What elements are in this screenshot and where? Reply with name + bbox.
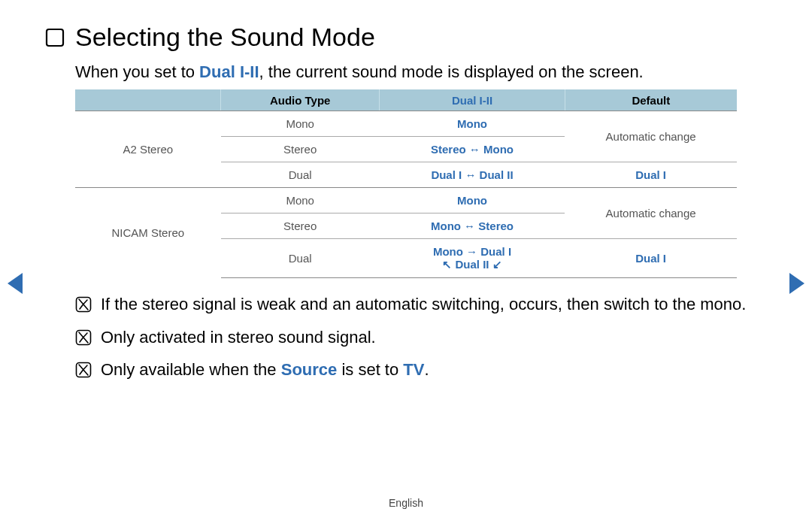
footer-language: English	[0, 497, 812, 509]
page-title: Selecting the Sound Mode	[45, 23, 767, 52]
intro-text: When you set to Dual I-II, the current s…	[75, 62, 767, 82]
svg-rect-0	[47, 29, 63, 46]
nicam-r3-atype: Dual	[221, 239, 380, 278]
note-3-suffix: .	[424, 360, 429, 379]
intro-prefix: When you set to	[75, 62, 199, 81]
nicam-r1-atype: Mono	[221, 188, 380, 214]
prev-page-arrow-icon[interactable]	[8, 273, 23, 294]
note-item: Only available when the Source is set to…	[75, 359, 767, 381]
table-header-default: Default	[565, 89, 737, 111]
nicam-r2-dual: Mono ↔ Stereo	[380, 214, 565, 239]
notes-block: If the stereo signal is weak and an auto…	[75, 293, 767, 381]
a2-r1-default: Automatic change	[565, 111, 737, 162]
nicam-r3-default: Dual I	[565, 239, 737, 278]
intro-highlight: Dual I-II	[199, 62, 259, 81]
a2-r1-dual: Mono	[380, 111, 565, 137]
table-row: NICAM Stereo Mono Mono Automatic change	[75, 188, 737, 214]
nicam-r1-default: Automatic change	[565, 188, 737, 239]
note-icon	[75, 329, 92, 346]
nicam-group-label: NICAM Stereo	[75, 188, 221, 278]
title-bullet-icon	[45, 28, 65, 47]
intro-suffix: , the current sound mode is displayed on…	[259, 62, 644, 81]
nicam-r3-dual-line2: ↖ Dual II ↙	[384, 258, 560, 271]
note-icon	[75, 362, 92, 378]
a2-r2-dual: Stereo ↔ Mono	[380, 137, 565, 162]
nicam-r3-dual: Mono → Dual I ↖ Dual II ↙	[380, 239, 565, 278]
table-header-blank	[75, 89, 221, 111]
a2-r3-default: Dual I	[565, 162, 737, 188]
table-row: A2 Stereo Mono Mono Automatic change	[75, 111, 737, 137]
note-3-prefix: Only available when the	[101, 360, 281, 379]
nicam-r1-dual: Mono	[380, 188, 565, 214]
next-page-arrow-icon[interactable]	[789, 273, 804, 294]
note-3-mid: is set to	[337, 360, 403, 379]
a2-r1-atype: Mono	[221, 111, 380, 137]
a2-r3-dual: Dual I ↔ Dual II	[380, 162, 565, 188]
page-title-text: Selecting the Sound Mode	[75, 23, 375, 51]
note-1-text: If the stereo signal is weak and an auto…	[101, 293, 746, 316]
a2-group-label: A2 Stereo	[75, 111, 221, 188]
a2-r2-atype: Stereo	[221, 137, 380, 162]
table-header-audio-type: Audio Type	[221, 89, 380, 111]
note-3-tv: TV	[403, 360, 424, 379]
note-item: If the stereo signal is weak and an auto…	[75, 293, 767, 316]
note-icon	[75, 296, 92, 313]
note-3-source: Source	[281, 360, 338, 379]
note-2-text: Only activated in stereo sound signal.	[101, 326, 376, 349]
sound-mode-table: Audio Type Dual I-II Default A2 Stereo M…	[75, 89, 737, 278]
a2-r3-atype: Dual	[221, 162, 380, 188]
nicam-r2-atype: Stereo	[221, 214, 380, 239]
note-item: Only activated in stereo sound signal.	[75, 326, 767, 349]
table-header-dual: Dual I-II	[380, 89, 565, 111]
nicam-r3-dual-line1: Mono → Dual I	[384, 245, 560, 258]
manual-page: Selecting the Sound Mode When you set to…	[0, 0, 812, 530]
note-3-text: Only available when the Source is set to…	[101, 359, 429, 381]
